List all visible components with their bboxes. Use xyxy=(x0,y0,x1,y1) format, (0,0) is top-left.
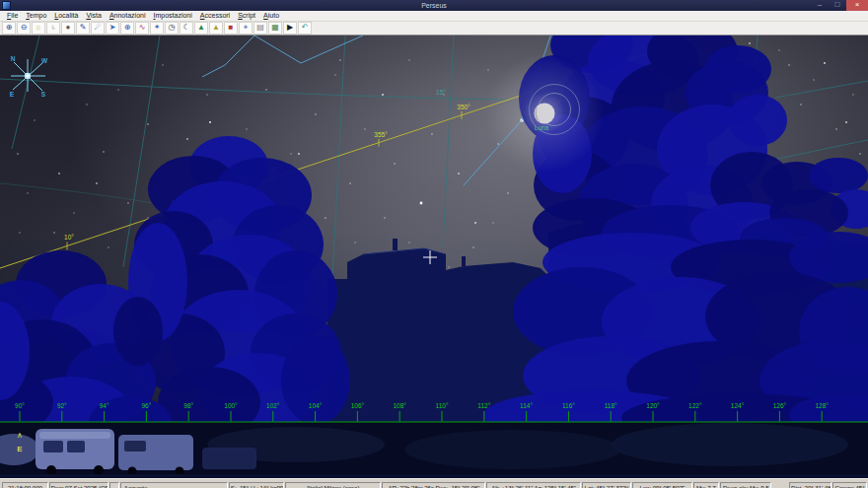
status-bar: 21:18:00.000Dom 07 Set 2025 (OE)-Acquari… xyxy=(0,478,868,488)
moon-phase-icon[interactable]: ☾ xyxy=(180,22,193,35)
pointer-icon[interactable]: ➤ xyxy=(106,22,119,35)
menu-script[interactable]: Script xyxy=(234,11,259,21)
sky-view[interactable]: 15° 10°5°0°355°350°340° N W E S xyxy=(0,35,868,478)
globe-icon[interactable]: ⊕ xyxy=(120,22,134,35)
tripod-icon[interactable]: ▲ xyxy=(209,22,223,35)
ecliptic-longitude-label: 10° xyxy=(64,234,74,241)
azimuth-label: 122° xyxy=(688,402,702,409)
figure-icon[interactable]: ✶ xyxy=(150,22,164,35)
landscape-icon[interactable]: ▲ xyxy=(194,22,208,35)
sun-icon[interactable]: ☼ xyxy=(32,22,45,35)
azimuth-label: 112° xyxy=(477,402,490,409)
azimuth-label: 106° xyxy=(351,402,365,409)
status-cell-time: 21:18:00.000 xyxy=(2,482,48,488)
eclipse-icon[interactable]: ● xyxy=(61,22,75,35)
van-1 xyxy=(36,429,114,474)
book-icon[interactable]: ▦ xyxy=(268,22,282,35)
monitor-icon[interactable]: ■ xyxy=(224,22,238,35)
status-cell-distance: Dist. 20° 31' 48" xyxy=(789,482,832,488)
menu-file[interactable]: File xyxy=(3,11,22,21)
azimuth-label: 104° xyxy=(309,402,323,409)
menu-annotazioni[interactable]: Annotazioni xyxy=(106,11,150,21)
pencil-icon[interactable]: ✎ xyxy=(76,22,90,35)
menu-impostazioni[interactable]: Impostazioni xyxy=(150,11,196,21)
azimuth-label: 114° xyxy=(520,402,533,409)
azimuth-label: 92° xyxy=(57,402,67,409)
clock-icon[interactable]: ◷ xyxy=(165,22,179,35)
status-cell-latitude: Lat: 45° 27' 37"N xyxy=(582,482,632,488)
play-icon[interactable]: ▶ xyxy=(283,22,297,35)
status-cell-dst-indicator: - xyxy=(109,482,119,488)
perseus-window: Perseus – □ × FileTempoLocalitàVistaAnno… xyxy=(0,0,868,488)
status-cell-location: [Italia] Milano (casa) xyxy=(285,482,381,488)
azimuth-label: 128° xyxy=(815,402,829,409)
status-cell-ra-dec: AR: 22h 28m 26s Dec: -15° 29' 08" xyxy=(382,482,485,488)
menu-accessori[interactable]: Accessori xyxy=(196,11,234,21)
compass-east-label: E xyxy=(10,91,15,98)
menu-vista[interactable]: Vista xyxy=(82,11,105,21)
azimuth-label: 108° xyxy=(393,402,406,409)
telescope-icon[interactable]: ⌖ xyxy=(239,22,253,35)
status-cell-field-of-view: Campo 45° xyxy=(832,482,867,488)
moon-label: Luna xyxy=(535,124,549,131)
menu-localit[interactable]: Località xyxy=(50,11,82,21)
compass-north-label: N xyxy=(11,55,16,62)
azimuth-label: 116° xyxy=(562,402,575,409)
status-cell-alt-az: Alt: +13° 26' 11" Az: 125° 15' 45" xyxy=(486,482,580,488)
status-cell-deepsky-magnitude: Deep-sky Mv: 9.5 xyxy=(720,482,772,488)
ecliptic-longitude-label: 355° xyxy=(374,131,388,138)
saturn-icon[interactable]: ♄ xyxy=(46,22,60,35)
azimuth-label: 126° xyxy=(773,402,787,409)
azimuth-label: 96° xyxy=(141,402,151,409)
azimuth-label: 102° xyxy=(266,402,280,409)
zoom-out-icon[interactable]: ⊖ xyxy=(17,22,31,35)
sky-canvas[interactable]: 15° 10°5°0°355°350°340° N W E S xyxy=(0,35,868,474)
azimuth-label: 100° xyxy=(224,402,238,409)
moon-group[interactable]: Luna xyxy=(485,54,604,173)
compass-south-label: S xyxy=(41,91,46,98)
foreground-strip xyxy=(0,422,868,474)
comet-icon[interactable]: ☄ xyxy=(91,22,105,35)
compass-west-label: W xyxy=(41,57,48,64)
azimuth-label: 94° xyxy=(100,402,109,409)
chart-icon[interactable]: ∿ xyxy=(135,22,149,35)
ecliptic-longitude-label: 350° xyxy=(457,104,470,110)
status-cell-date: Dom 07 Set 2025 (OE) xyxy=(49,482,108,488)
status-cell-constellation-name: Acquario xyxy=(120,482,228,488)
undo-icon[interactable]: ↶ xyxy=(298,22,312,35)
moon-disc[interactable] xyxy=(535,104,555,124)
azimuth-label: 120° xyxy=(646,402,660,409)
title-bar: Perseus – □ × xyxy=(0,0,868,11)
menu-aiuto[interactable]: Aiuto xyxy=(259,11,283,21)
status-cell-sun-moon-altitude: S: -15° / L: 14° k=99 xyxy=(229,482,284,488)
parked-car xyxy=(202,448,256,469)
status-cell-spacer xyxy=(772,482,788,488)
menu-tempo[interactable]: Tempo xyxy=(22,11,50,21)
status-cell-longitude: Lon: 09° 05' 50"E xyxy=(632,482,691,488)
toolbar: ⊕⊖☼♄●✎☄➤⊕∿✶◷☾▲▲■⌖▤▦▶↶ xyxy=(0,22,868,35)
azimuth-label: 98° xyxy=(183,402,193,409)
azimuth-label: 90° xyxy=(15,402,25,409)
azimuth-label: 110° xyxy=(436,402,449,409)
east-label: E xyxy=(17,445,23,453)
east-arrow-icon: ∧ xyxy=(17,431,23,440)
azimuth-label: 118° xyxy=(605,402,617,409)
azimuth-label: 124° xyxy=(731,402,745,409)
menu-bar: FileTempoLocalitàVistaAnnotazioniImposta… xyxy=(0,11,868,22)
van-2 xyxy=(118,435,193,474)
printer-icon[interactable]: ▤ xyxy=(253,22,267,35)
status-cell-limiting-magnitude: Mv: 7.7 xyxy=(693,482,719,488)
zoom-in-icon[interactable]: ⊕ xyxy=(2,22,16,35)
grid-declination-label: 15° xyxy=(436,89,446,96)
window-title: Perseus xyxy=(0,0,868,11)
